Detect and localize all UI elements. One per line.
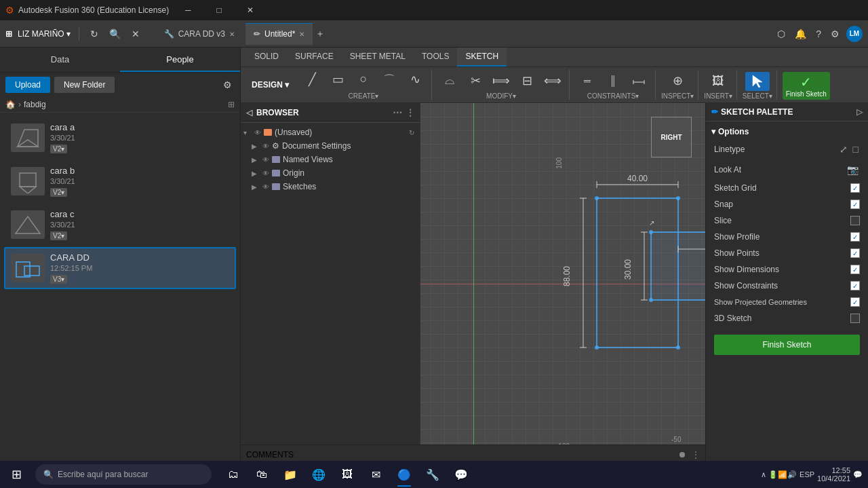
file-item-active[interactable]: CARA DD 12:52:15 PM V3▾ <box>4 247 236 289</box>
taskbar-app-whatsapp[interactable]: 💬 <box>448 461 475 488</box>
settings-button[interactable]: ⚙ <box>828 26 842 42</box>
trim-button[interactable]: ✂ <box>463 71 488 91</box>
tab-untitled[interactable]: ✏ Untitled* ✕ <box>245 23 313 45</box>
taskbar-app-files[interactable]: 📁 <box>277 461 304 488</box>
dimension-button[interactable] <box>627 73 651 91</box>
minimize-button[interactable]: ─ <box>173 0 203 20</box>
taskbar-app-edge[interactable]: 🌐 <box>305 461 332 488</box>
vertical-constraint-button[interactable]: ║ <box>601 73 625 91</box>
3d-sketch-checkbox[interactable] <box>850 314 860 323</box>
browser-drag-icon[interactable]: ⋮ <box>406 108 414 117</box>
eye-icon[interactable]: 👁 <box>262 170 269 177</box>
taskbar-time[interactable]: 12:55 10/4/2021 <box>817 466 850 483</box>
comments-drag[interactable]: ⋮ <box>692 450 700 459</box>
close-button[interactable]: ✕ <box>235 0 265 20</box>
home-icon[interactable]: 🏠 <box>5 100 16 109</box>
browser-options-icon[interactable]: ⋯ <box>393 107 402 118</box>
palette-expand-icon[interactable]: ▷ <box>856 107 863 117</box>
line-tool-button[interactable]: ╱ <box>300 70 324 91</box>
notifications-button[interactable]: 🔔 <box>792 26 809 42</box>
new-tab-button[interactable]: ＋ <box>315 28 325 40</box>
upload-button[interactable]: Upload <box>5 77 50 93</box>
tree-item-document-settings[interactable]: ▶ 👁 ⚙ Document Settings <box>241 139 420 153</box>
user-avatar[interactable]: LM <box>846 26 863 42</box>
snap-checkbox[interactable] <box>850 200 860 209</box>
tree-item-sketches[interactable]: ▶ 👁 Sketches <box>241 180 420 193</box>
file-item[interactable]: cara b 3/30/21 V2▾ <box>4 160 236 202</box>
search-button[interactable]: 🔍 <box>106 26 123 42</box>
file-version[interactable]: V2▾ <box>50 188 67 197</box>
tree-item-named-views[interactable]: ▶ 👁 Named Views <box>241 153 420 166</box>
user-name-area[interactable]: LIZ MARIÑO ▾ <box>18 29 71 39</box>
linetype-icon2[interactable]: □ <box>852 143 860 156</box>
taskbar-app-chrome[interactable]: 🔵 <box>391 461 418 488</box>
ribbon-tab-surface[interactable]: SURFACE <box>287 48 342 67</box>
grid-view-icon[interactable]: ⊞ <box>228 100 235 109</box>
maximize-button[interactable]: □ <box>204 0 234 20</box>
close-panel-button[interactable]: ✕ <box>129 26 142 42</box>
sketch-grid-checkbox[interactable] <box>850 183 860 193</box>
taskbar-app-explorer[interactable]: 🗂 <box>220 461 247 488</box>
tab2-close-icon[interactable]: ✕ <box>299 31 304 38</box>
show-points-checkbox[interactable] <box>850 248 860 258</box>
show-constraints-checkbox[interactable] <box>850 281 860 290</box>
ribbon-tab-tools[interactable]: TOOLS <box>414 48 457 67</box>
expand-icon[interactable]: ▶ <box>252 170 260 177</box>
eye-icon[interactable]: 👁 <box>262 143 269 150</box>
horizontal-constraint-button[interactable]: ═ <box>575 73 599 91</box>
fillet-button[interactable]: ⌓ <box>437 71 462 91</box>
tab-cara-dd[interactable]: 🔧 CARA DD v3 ✕ <box>156 23 243 45</box>
sync-icon[interactable]: ↻ <box>409 129 414 136</box>
file-version[interactable]: V3▾ <box>50 275 67 284</box>
circle-tool-button[interactable]: ○ <box>351 70 376 91</box>
design-dropdown[interactable]: DESIGN ▾ <box>246 70 294 100</box>
palette-section-header[interactable]: ▾ Options <box>706 124 868 139</box>
taskbar-app-photos[interactable]: 🖼 <box>334 461 361 488</box>
offset-button[interactable]: ⊟ <box>515 71 539 91</box>
taskbar-app-mail[interactable]: ✉ <box>362 461 389 488</box>
new-folder-button[interactable]: New Folder <box>54 77 115 93</box>
slice-checkbox[interactable] <box>850 216 860 225</box>
eye-icon[interactable]: 👁 <box>254 129 261 136</box>
ribbon-tab-sheet-metal[interactable]: SHEET METAL <box>342 48 414 67</box>
linetype-icon1[interactable]: ⤢ <box>838 143 849 156</box>
breadcrumb-folder[interactable]: fabdig <box>24 100 46 109</box>
tab-close-icon[interactable]: ✕ <box>229 31 235 38</box>
tab-data[interactable]: Data <box>0 48 120 72</box>
finish-sketch-palette-button[interactable]: Finish Sketch <box>714 335 860 355</box>
tree-item-origin[interactable]: ▶ 👁 Origin <box>241 166 420 180</box>
rect-tool-button[interactable]: ▭ <box>326 70 350 91</box>
ribbon-tab-sketch[interactable]: SKETCH <box>457 48 507 67</box>
mirror-button[interactable]: ⟺ <box>540 71 565 91</box>
ribbon-tab-solid[interactable]: SOLID <box>246 48 287 67</box>
panel-settings-button[interactable]: ⚙ <box>220 77 235 93</box>
insert-image-button[interactable]: 🖼 <box>706 72 730 91</box>
extend-button[interactable]: ⟾ <box>489 71 513 91</box>
file-item[interactable]: cara a 3/30/21 V2▾ <box>4 117 236 159</box>
taskbar-app-store[interactable]: 🛍 <box>248 461 275 488</box>
tab-people[interactable]: People <box>120 48 240 72</box>
spline-tool-button[interactable]: ∿ <box>403 70 427 91</box>
finish-sketch-button[interactable]: ✓ Finish Sketch <box>783 72 830 100</box>
expand-icon[interactable]: ▶ <box>252 156 260 164</box>
arc-tool-button[interactable]: ⌒ <box>377 70 401 91</box>
file-version[interactable]: V2▾ <box>50 231 67 240</box>
file-item[interactable]: cara c 3/30/21 V2▾ <box>4 204 236 246</box>
taskbar-app-fusion[interactable]: 🔧 <box>419 461 446 488</box>
browser-collapse-icon[interactable]: ◁ <box>246 108 252 117</box>
notification-icon[interactable]: 💬 <box>853 470 863 479</box>
refresh-button[interactable]: ↻ <box>87 26 101 42</box>
eye-icon[interactable]: 👁 <box>262 183 269 191</box>
look-at-icon[interactable]: 📷 <box>846 163 860 176</box>
file-version[interactable]: V2▾ <box>50 145 67 153</box>
eye-icon[interactable]: 👁 <box>262 156 269 164</box>
view-cube[interactable]: RIGHT <box>651 117 692 157</box>
expand-icon[interactable]: ▾ <box>243 129 252 136</box>
select-button[interactable] <box>745 72 770 91</box>
projected-geo-checkbox[interactable] <box>850 297 860 307</box>
taskbar-search-box[interactable]: 🔍 Escribe aquí para buscar <box>35 464 212 485</box>
start-button[interactable]: ⊞ <box>0 461 33 488</box>
show-profile-checkbox[interactable] <box>850 232 860 242</box>
expand-icon[interactable]: ▶ <box>252 183 260 191</box>
viewport[interactable]: ◁ COMMENTS BROWSER ⋯ ⋮ ▾ 👁 (Unsaved) <box>241 103 705 464</box>
